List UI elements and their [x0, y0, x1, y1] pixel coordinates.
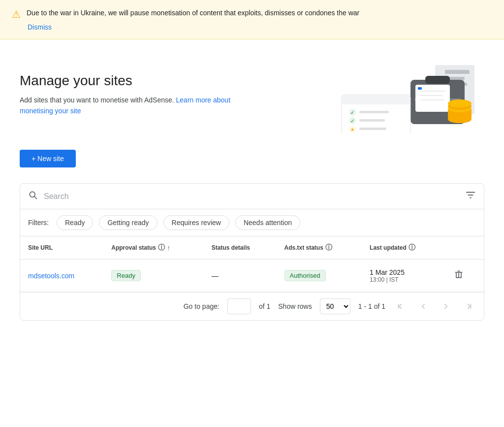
cell-approval-status: Ready [103, 260, 204, 292]
ads-txt-status-badge: Authorised [284, 270, 326, 281]
dismiss-link[interactable]: Dismiss [28, 23, 492, 31]
page-title: Manage your sites [20, 73, 246, 89]
col-header-approval-status: Approval status ⓘ ↑ [103, 236, 204, 260]
filters-row: Filters: Ready Getting ready Requires re… [20, 209, 484, 236]
filter-icon[interactable] [465, 190, 476, 203]
filter-chip-needs-attention[interactable]: Needs attention [235, 215, 300, 230]
new-site-button[interactable]: + New site [20, 150, 76, 167]
warning-icon: ⚠ [12, 8, 21, 20]
cell-status-details: — [204, 260, 277, 292]
cell-last-updated: 1 Mar 2025 13:00 | IST [362, 260, 444, 292]
svg-line-31 [34, 197, 37, 199]
svg-text:✓: ✓ [350, 110, 354, 115]
approval-status-sort-icon[interactable]: ↑ [167, 244, 170, 252]
sites-table: Site URL Approval status ⓘ ↑ Status deta… [20, 236, 484, 292]
svg-rect-35 [455, 272, 463, 273]
svg-rect-36 [458, 271, 460, 272]
svg-rect-26 [359, 111, 389, 113]
filter-chip-ready[interactable]: Ready [57, 215, 93, 230]
svg-rect-6 [425, 76, 450, 84]
rows-per-page-select[interactable]: 10 25 50 100 [320, 298, 350, 314]
ukraine-banner: ⚠ Due to the war in Ukraine, we will pau… [0, 0, 504, 39]
pagination-range: 1 - 1 of 1 [358, 302, 385, 310]
approval-status-info-icon[interactable]: ⓘ [158, 243, 165, 252]
of-label: of 1 [259, 302, 270, 310]
filters-label: Filters: [28, 219, 49, 227]
search-input[interactable] [44, 192, 459, 201]
search-icon [28, 190, 38, 202]
hero-section: Manage your sites Add sites that you wan… [20, 55, 484, 134]
pagination-row: Go to page: of 1 Show rows 10 25 50 100 … [20, 292, 484, 320]
go-to-page-label: Go to page: [184, 302, 220, 310]
table-row: mdsetools.com Ready — Authorised 1 Mar 2… [20, 260, 484, 292]
last-updated-date: 1 Mar 2025 [370, 268, 436, 276]
filter-chip-requires-review[interactable]: Requires review [163, 215, 229, 230]
col-header-site-url: Site URL [20, 236, 103, 260]
cell-delete [444, 260, 484, 292]
ads-txt-status-info-icon[interactable]: ⓘ [325, 243, 332, 252]
filter-chip-getting-ready[interactable]: Getting ready [99, 215, 157, 230]
delete-row-button[interactable] [452, 267, 466, 284]
col-header-ads-txt-status: Ads.txt status ⓘ [277, 236, 362, 260]
col-header-last-updated: Last updated ⓘ [362, 236, 444, 260]
banner-text: Due to the war in Ukraine, we will pause… [27, 8, 359, 18]
svg-rect-19 [342, 95, 410, 104]
page-input[interactable] [227, 298, 251, 314]
svg-rect-27 [359, 119, 385, 122]
hero-text: Manage your sites Add sites that you wan… [20, 73, 246, 117]
svg-rect-1 [445, 70, 470, 74]
hero-illustration: ✓ ✓ ● [317, 55, 484, 134]
main-content: Manage your sites Add sites that you wan… [0, 39, 504, 321]
svg-text:●: ● [351, 127, 354, 132]
approval-status-badge: Ready [111, 270, 141, 281]
cell-ads-txt-status: Authorised [277, 260, 362, 292]
show-rows-label: Show rows [278, 302, 312, 310]
svg-rect-40 [456, 277, 462, 278]
first-page-button[interactable] [393, 300, 408, 313]
last-page-button[interactable] [461, 300, 476, 313]
sites-table-card: Filters: Ready Getting ready Requires re… [20, 183, 484, 321]
svg-text:✓: ✓ [350, 118, 354, 124]
prev-page-button[interactable] [416, 300, 431, 313]
cell-site-url: mdsetools.com [20, 260, 103, 292]
col-header-status-details: Status details [204, 236, 277, 260]
col-header-actions [444, 236, 484, 260]
svg-point-17 [448, 99, 472, 107]
hero-description: Add sites that you want to monetise with… [20, 95, 246, 117]
last-updated-time: 13:00 | IST [370, 276, 436, 283]
site-url-link[interactable]: mdsetools.com [28, 272, 74, 280]
svg-rect-12 [418, 87, 422, 90]
search-bar [20, 184, 484, 209]
next-page-button[interactable] [439, 300, 453, 313]
last-updated-info-icon[interactable]: ⓘ [409, 243, 415, 252]
svg-rect-28 [359, 128, 386, 130]
